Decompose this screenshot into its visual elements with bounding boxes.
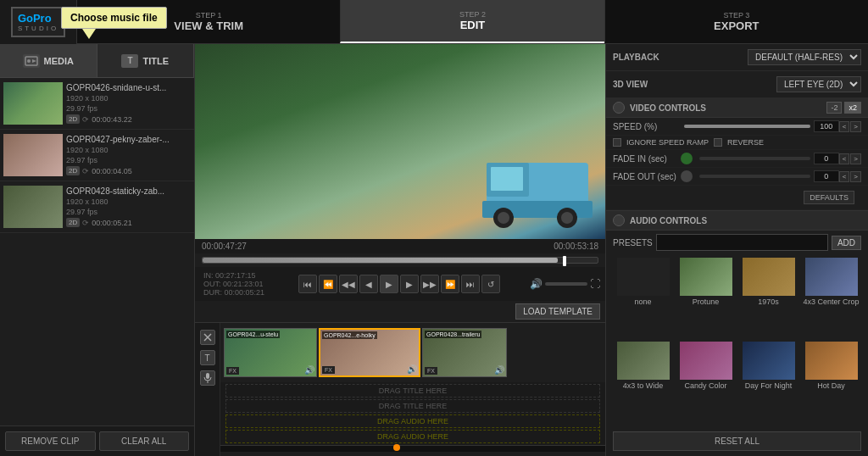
speed-down-btn[interactable]: < [839, 121, 850, 132]
bottom-buttons: REMOVE CLIP CLEAR ALL [0, 425, 194, 456]
fade-out-slider[interactable] [699, 175, 810, 178]
gopro-text: GoPro [18, 12, 58, 25]
audio-icon-1: 🔊 [304, 365, 314, 375]
fade-in-slider[interactable] [699, 157, 810, 160]
preset-none[interactable]: none [613, 258, 673, 339]
tab-title[interactable]: T TITLE [97, 44, 195, 77]
clip-item[interactable]: GOPR0427-pekny-zaber-... 1920 x 1080 29.… [0, 130, 194, 181]
ignore-speed-checkbox[interactable] [613, 138, 621, 147]
fade-in-down[interactable]: < [839, 153, 850, 164]
remove-clip-button[interactable]: REMOVE CLIP [5, 431, 96, 451]
preset-label-4x3wide: 4x3 to Wide [623, 381, 664, 390]
preset-protune[interactable]: Protune [676, 258, 736, 339]
preset-thumb-hotday [805, 342, 858, 380]
fade-in-icon[interactable] [681, 153, 693, 164]
tab-media[interactable]: MEDIA [0, 44, 97, 77]
fade-out-label: FADE OUT (sec) [613, 172, 681, 181]
vc-x2-btn[interactable]: x2 [844, 102, 861, 114]
ac-collapse-btn[interactable] [613, 214, 625, 226]
loop-button[interactable]: ↺ [481, 275, 500, 293]
mic-icon[interactable] [200, 370, 215, 386]
speed-slider[interactable] [684, 125, 810, 128]
add-preset-button[interactable]: ADD [832, 236, 861, 250]
scrub-progress [203, 258, 558, 263]
clip-info-2: GOPR0427-pekny-zaber-... 1920 x 1080 29.… [63, 133, 191, 177]
fx-badge-3: FX [425, 367, 437, 375]
ignore-speed-label: IGNORE SPEED RAMP [626, 138, 709, 147]
presets-input[interactable] [656, 234, 828, 251]
studio-text: STUDIO [18, 25, 58, 32]
step-back-button[interactable]: ◀ [359, 275, 378, 293]
play-button[interactable]: ▶ [380, 275, 398, 293]
preset-label-hotday: Hot Day [817, 381, 845, 390]
fade-out-up[interactable]: > [850, 171, 861, 182]
vc-minus-btn[interactable]: -2 [826, 102, 842, 114]
clip-name-2: GOPR0427-pekny-zaber-... [66, 135, 187, 144]
drag-title-1: DRAG TITLE HERE [225, 384, 600, 398]
preset-hotday[interactable]: Hot Day [801, 342, 861, 423]
main-layout: MEDIA T TITLE GOPR0426-snidane-u-st... 1… [0, 44, 868, 456]
tooltip-arrow [82, 29, 96, 39]
speed-up-btn[interactable]: > [850, 121, 861, 132]
preset-dayfornight[interactable]: Day For Night [738, 342, 798, 423]
preset-candy[interactable]: Candy Color [676, 342, 736, 423]
tab-media-label: MEDIA [44, 56, 74, 66]
reset-all-button[interactable]: RESET ALL [613, 431, 861, 451]
skip-start-button[interactable]: ⏮ [298, 275, 317, 293]
preset-thumb-none [617, 258, 670, 296]
steps-nav: STEP 1 VIEW & TRIM STEP 2 EDIT STEP 3 EX… [76, 0, 868, 43]
scrub-bar-container [195, 253, 605, 267]
scrub-thumb[interactable] [563, 256, 566, 266]
clip-badge-1: 2D ⟳ 00:00:43.22 [66, 114, 187, 124]
step-export[interactable]: STEP 3 EXPORT [604, 0, 868, 43]
presets-row: PRESETS ADD [606, 231, 868, 254]
defaults-button[interactable]: DEFAULTS [804, 191, 854, 204]
step-edit[interactable]: STEP 2 EDIT [340, 0, 604, 43]
reverse-checkbox[interactable] [714, 138, 722, 147]
fade-out-down[interactable]: < [839, 171, 850, 182]
timeline-clip-2[interactable]: GOPR042...e-holky FX 🔊 [319, 328, 420, 377]
prev-frame-button[interactable]: ⏪ [319, 275, 337, 293]
scrub-bar[interactable] [202, 257, 598, 264]
clip-item[interactable]: GOPR0428-staticky-zab... 1920 x 1080 29.… [0, 181, 194, 233]
rewind-button[interactable]: ◀◀ [339, 275, 358, 293]
playback-label: PLAYBACK [613, 53, 748, 62]
preset-label-dayfornight: Day For Night [745, 381, 793, 390]
volume-slider[interactable] [545, 282, 587, 286]
3d-view-label: 3D VIEW [613, 80, 776, 89]
vc-collapse-btn[interactable] [613, 102, 625, 114]
load-template-area: LOAD TEMPLATE [195, 301, 605, 322]
load-template-button[interactable]: LOAD TEMPLATE [515, 303, 600, 320]
title-add-icon[interactable]: T [200, 350, 215, 365]
fade-out-icon[interactable] [681, 170, 693, 182]
speed-options-row: IGNORE SPEED RAMP REVERSE [606, 136, 868, 150]
next-frame-button[interactable]: ⏩ [441, 275, 459, 293]
fade-in-up[interactable]: > [850, 153, 861, 164]
timeline-clip-3[interactable]: GOPR0428...traileru FX 🔊 [422, 328, 507, 377]
preset-label-none: none [634, 298, 651, 306]
timeline-progress-bar[interactable] [220, 445, 605, 452]
preset-thumb-4x3wide [617, 342, 670, 380]
center-panel: 00:00:47:27 00:00:53:18 IN: 00:27:17:15 … [195, 44, 605, 456]
step-fwd-button[interactable]: ▶ [400, 275, 419, 293]
playhead-dot[interactable] [393, 444, 400, 451]
volume-controls: 🔊 ⛶ [530, 278, 600, 290]
video-preview [195, 44, 605, 239]
timeline-clip-1[interactable]: GOPR042...u-stelu FX 🔊 [224, 328, 317, 377]
clear-all-button[interactable]: CLEAR ALL [99, 431, 190, 451]
audio-controls-header: AUDIO CONTROLS [606, 210, 868, 231]
svg-rect-13 [206, 373, 209, 379]
fwd-button[interactable]: ▶▶ [420, 275, 439, 293]
preset-4x3center[interactable]: 4x3 Center Crop [801, 258, 861, 339]
clip-item[interactable]: GOPR0426-snidane-u-st... 1920 x 1080 29.… [0, 78, 194, 130]
clip-list: GOPR0426-snidane-u-st... 1920 x 1080 29.… [0, 78, 194, 425]
preset-1970s[interactable]: 1970s [738, 258, 798, 339]
scissors-icon[interactable] [200, 330, 215, 345]
playback-controls: IN: 00:27:17:15 OUT: 00:21:23:01 DUR: 00… [195, 267, 605, 301]
fullscreen-icon[interactable]: ⛶ [590, 278, 600, 290]
playback-dropdown[interactable]: DEFAULT (HALF-RES) [748, 49, 861, 65]
preset-4x3wide[interactable]: 4x3 to Wide [613, 342, 673, 423]
3d-view-dropdown[interactable]: LEFT EYE (2D) [776, 76, 861, 92]
skip-end-button[interactable]: ⏭ [461, 275, 480, 293]
svg-rect-5 [491, 167, 523, 191]
